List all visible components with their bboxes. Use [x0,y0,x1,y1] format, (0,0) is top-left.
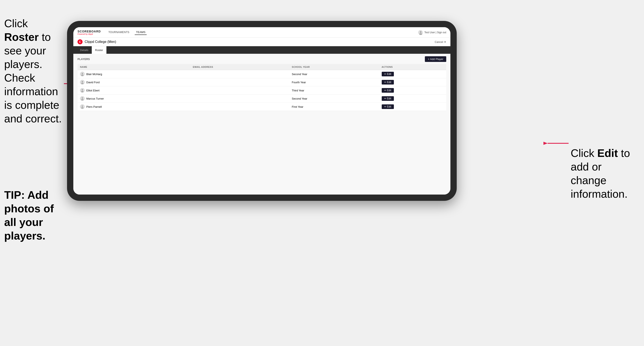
edit-button[interactable]: ✏ Edit [382,80,394,85]
player-school-year: Fourth Year [289,78,379,86]
table-row: David Ford Fourth Year✏ Edit [78,78,446,86]
team-icon: C [78,39,82,44]
svg-point-15 [81,91,84,92]
tab-roster[interactable]: Roster [92,46,106,54]
user-avatar [418,30,423,35]
svg-point-21 [81,107,84,108]
player-school-year: Third Year [289,86,379,95]
player-name-cell: Blair McHarg [78,70,190,78]
player-email [190,86,289,95]
player-name-cell: Marcus Turner [78,95,190,103]
arrow-right-annotation [544,137,568,150]
player-name: Marcus Turner [86,97,104,100]
col-email: EMAIL ADDRESS [190,64,289,70]
player-email [190,78,289,86]
player-name: Blair McHarg [86,73,102,76]
right-instructions: Click Edit to add or change information. [571,147,640,201]
svg-point-17 [82,97,83,99]
svg-point-6 [419,33,422,35]
table-row: Elliot Ebert Third Year✏ Edit [78,86,446,95]
col-name: NAME [78,64,190,70]
players-tbody: Blair McHarg Second Year✏ Edit David For… [78,70,446,111]
player-name: Piers Parnell [86,105,102,108]
player-email [190,95,289,103]
navbar-user: Test User | Sign out [418,30,446,35]
player-email [190,103,289,111]
col-actions: ACTIONS [379,64,446,70]
logo-sub: Powered by clippd [78,33,101,35]
tab-details[interactable]: Details [77,46,92,54]
player-name-cell: Elliot Ebert [78,86,190,95]
player-avatar [80,96,85,101]
table-row: Blair McHarg Second Year✏ Edit [78,70,446,78]
player-actions: ✏ Edit [379,86,446,95]
navbar: SCOREBOARD Powered by clippd TOURNAMENTS… [73,27,450,38]
svg-point-20 [82,105,83,107]
table-row: Marcus Turner Second Year✏ Edit [78,95,446,103]
nav-teams[interactable]: TEAMS [135,30,147,35]
player-avatar [80,72,85,76]
team-header: C Clippd College (Men) Cancel ✕ [73,38,450,46]
player-name-cell: Piers Parnell [78,103,190,111]
svg-point-12 [81,83,84,84]
player-actions: ✏ Edit [379,103,446,111]
svg-point-8 [82,73,83,74]
players-section: PLAYERS + Add Player NAME EMAIL ADDRESS … [73,54,450,194]
player-actions: ✏ Edit [379,70,446,78]
cancel-button[interactable]: Cancel ✕ [435,40,446,43]
table-header: NAME EMAIL ADDRESS SCHOOL YEAR ACTIONS [78,64,446,70]
col-school-year: SCHOOL YEAR [289,64,379,70]
svg-point-9 [81,74,84,76]
player-avatar [80,104,85,109]
add-player-button[interactable]: + Add Player [425,56,446,62]
svg-point-18 [81,99,84,100]
tip-text: TIP: Add photos of all your players. [4,188,65,243]
players-header: PLAYERS + Add Player [78,56,446,62]
roster-bold: Roster [4,31,39,43]
edit-button[interactable]: ✏ Edit [382,88,394,93]
edit-button[interactable]: ✏ Edit [382,72,394,76]
nav-tournaments[interactable]: TOURNAMENTS [107,30,130,35]
logo: SCOREBOARD Powered by clippd [78,30,101,35]
svg-point-5 [420,31,422,33]
tablet-screen: SCOREBOARD Powered by clippd TOURNAMENTS… [73,27,450,194]
players-label: PLAYERS [78,58,90,61]
team-name: Clippd College (Men) [85,40,435,44]
left-instructions: Click Roster to see your players. Check … [4,17,65,126]
table-row: Piers Parnell First Year✏ Edit [78,103,446,111]
player-actions: ✏ Edit [379,78,446,86]
player-avatar [80,80,85,85]
players-table: NAME EMAIL ADDRESS SCHOOL YEAR ACTIONS B… [78,64,446,111]
tablet-frame: SCOREBOARD Powered by clippd TOURNAMENTS… [67,21,457,201]
edit-button[interactable]: ✏ Edit [382,96,394,101]
svg-point-11 [82,81,83,82]
tabs-bar: Details Roster [73,46,450,54]
player-email [190,70,289,78]
player-name: David Ford [86,81,100,84]
svg-point-14 [82,89,83,90]
player-actions: ✏ Edit [379,95,446,103]
player-name: Elliot Ebert [86,89,100,92]
edit-bold: Edit [597,147,618,159]
edit-button[interactable]: ✏ Edit [382,104,394,109]
player-school-year: Second Year [289,70,379,78]
player-name-cell: David Ford [78,78,190,86]
player-school-year: Second Year [289,95,379,103]
user-label: Test User | Sign out [424,31,446,34]
logo-title: SCOREBOARD [78,30,101,33]
navbar-nav: TOURNAMENTS TEAMS [107,30,418,35]
player-school-year: First Year [289,103,379,111]
player-avatar [80,88,85,93]
